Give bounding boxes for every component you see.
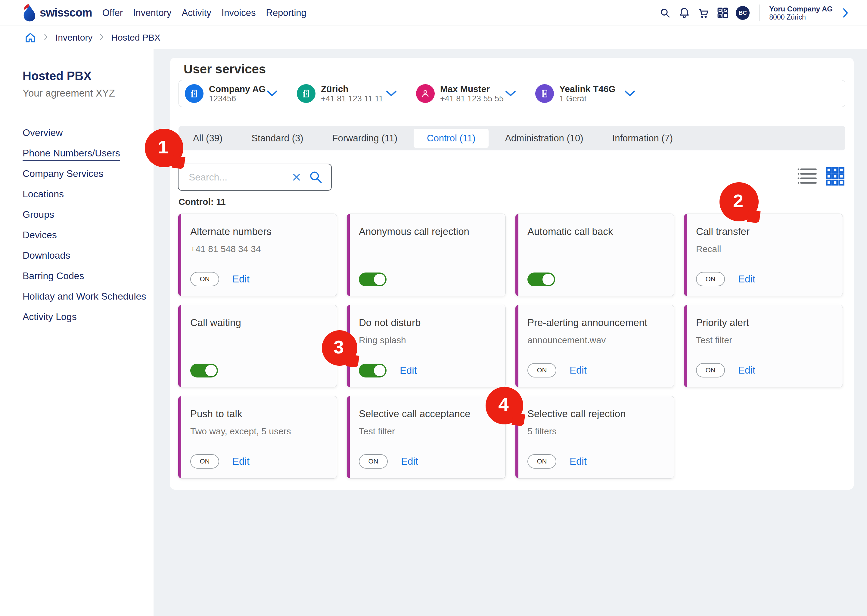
service-card-alternate-numbers: Alternate numbers +41 81 548 34 34 ON Ed… xyxy=(178,214,337,296)
callout-badge-1: 1 xyxy=(145,129,183,167)
toggle-on[interactable] xyxy=(190,364,218,377)
chevron-down-icon[interactable] xyxy=(386,90,397,97)
service-card-selective-call-rejection: Selective call rejection 5 filters ON Ed… xyxy=(515,396,674,479)
cart-icon[interactable] xyxy=(697,6,710,19)
card-subtitle: Recall xyxy=(696,244,721,254)
sidebar-item-activity-logs[interactable]: Activity Logs xyxy=(22,312,153,322)
selector-user-detail: +41 81 123 55 55 xyxy=(440,94,504,103)
notifications-bell-icon[interactable] xyxy=(678,6,690,19)
edit-link[interactable]: Edit xyxy=(232,456,249,467)
edit-link[interactable]: Edit xyxy=(400,365,417,376)
card-subtitle: 5 filters xyxy=(527,426,556,437)
apps-grid-icon[interactable] xyxy=(716,6,729,19)
service-card-priority-alert: Priority alert Test filter ON Edit xyxy=(684,305,843,387)
nav-offer[interactable]: Offer xyxy=(102,8,123,18)
selector-location-detail: +41 81 123 11 11 xyxy=(321,94,383,103)
header-divider xyxy=(759,5,760,21)
status-pill[interactable]: ON xyxy=(190,454,219,468)
tab-standard[interactable]: Standard (3) xyxy=(237,126,318,150)
sidebar-item-barring-codes[interactable]: Barring Codes xyxy=(22,271,153,281)
tab-forwarding[interactable]: Forwarding (11) xyxy=(318,126,412,150)
clear-search-icon[interactable] xyxy=(292,173,301,182)
tab-control[interactable]: Control (11) xyxy=(414,129,489,148)
context-selector-bar: Company AG 123456 Zürich +41 8 xyxy=(178,80,845,107)
card-title: Anonymous call rejection xyxy=(359,226,469,237)
user-avatar[interactable]: BC xyxy=(736,6,750,20)
edit-link[interactable]: Edit xyxy=(738,365,755,376)
sidebar-subtitle: Your agreement XYZ xyxy=(22,88,153,99)
service-card-anonymous-call-rejection: Anonymous call rejection xyxy=(347,214,506,296)
edit-link[interactable]: Edit xyxy=(232,273,249,285)
tab-all[interactable]: All (39) xyxy=(178,126,237,150)
nav-reporting[interactable]: Reporting xyxy=(266,8,306,18)
edit-link[interactable]: Edit xyxy=(401,456,418,467)
service-card-selective-call-acceptance: Selective call acceptance Test filter ON… xyxy=(347,396,506,479)
selector-company[interactable]: Company AG 123456 xyxy=(185,84,297,103)
selector-location[interactable]: Zürich +41 81 123 11 11 xyxy=(297,84,416,103)
toggle-on[interactable] xyxy=(359,364,386,377)
service-category-tabs: All (39) Standard (3) Forwarding (11) Co… xyxy=(178,126,845,150)
breadcrumb-inventory[interactable]: Inventory xyxy=(55,33,92,43)
list-view-icon[interactable] xyxy=(797,168,817,185)
search-input[interactable] xyxy=(189,172,284,183)
view-toggles xyxy=(797,167,845,186)
breadcrumb-separator-icon xyxy=(100,34,104,41)
callout-badge-2: 2 xyxy=(719,182,758,222)
toggle-on[interactable] xyxy=(359,272,386,286)
edit-link[interactable]: Edit xyxy=(738,273,755,285)
sidebar-menu: Overview Phone Numbers/Users Company Ser… xyxy=(22,128,153,322)
sidebar-item-devices[interactable]: Devices xyxy=(22,230,153,240)
sidebar-item-locations[interactable]: Locations xyxy=(22,189,153,199)
chevron-down-icon[interactable] xyxy=(505,90,516,97)
selector-user[interactable]: Max Muster +41 81 123 55 55 xyxy=(416,84,535,103)
selector-device[interactable]: Yealink T46G 1 Gerät xyxy=(535,84,654,103)
selector-company-name: Company AG xyxy=(209,84,266,94)
search-icon[interactable] xyxy=(659,6,672,19)
sidebar-item-overview[interactable]: Overview xyxy=(22,128,153,137)
status-pill[interactable]: ON xyxy=(359,454,388,468)
search-submit-icon[interactable] xyxy=(309,170,323,184)
sidebar-item-holiday-work-schedules[interactable]: Holiday and Work Schedules xyxy=(22,291,153,301)
service-card-call-waiting: Call waiting xyxy=(178,305,337,387)
nav-invoices[interactable]: Invoices xyxy=(222,8,256,18)
breadcrumb-separator-icon xyxy=(44,34,48,41)
sidebar-item-phone-numbers-users[interactable]: Phone Numbers/Users xyxy=(22,148,153,158)
card-title: Alternate numbers xyxy=(190,226,271,237)
edit-link[interactable]: Edit xyxy=(569,456,587,467)
account-chevron-right-icon[interactable] xyxy=(839,6,852,19)
status-pill[interactable]: ON xyxy=(527,454,556,468)
swisscom-logo[interactable]: swisscom xyxy=(22,4,92,22)
selector-location-name: Zürich xyxy=(321,84,383,94)
result-count: Control: 11 xyxy=(178,197,226,207)
selector-company-detail: 123456 xyxy=(209,94,266,103)
nav-inventory[interactable]: Inventory xyxy=(133,8,172,18)
status-pill[interactable]: ON xyxy=(527,363,556,377)
service-search xyxy=(178,163,332,191)
chevron-down-icon[interactable] xyxy=(267,90,277,97)
status-pill[interactable]: ON xyxy=(696,272,725,286)
top-navigation: Offer Inventory Activity Invoices Report… xyxy=(102,8,306,18)
card-subtitle: +41 81 548 34 34 xyxy=(190,244,261,254)
sidebar-item-downloads[interactable]: Downloads xyxy=(22,251,153,260)
chevron-down-icon[interactable] xyxy=(624,90,635,97)
breadcrumb-hosted-pbx: Hosted PBX xyxy=(111,33,160,43)
tab-information[interactable]: Information (7) xyxy=(598,126,687,150)
sidebar-item-company-services[interactable]: Company Services xyxy=(22,169,153,178)
status-pill[interactable]: ON xyxy=(696,363,725,377)
grid-view-icon[interactable] xyxy=(826,167,845,186)
edit-link[interactable]: Edit xyxy=(569,365,587,376)
tab-administration[interactable]: Administration (10) xyxy=(490,126,597,150)
toggle-on[interactable] xyxy=(527,272,555,286)
sidebar-title: Hosted PBX xyxy=(22,69,153,83)
swisscom-lifeform-icon xyxy=(22,4,37,22)
status-pill[interactable]: ON xyxy=(190,272,219,286)
brand-wordmark: swisscom xyxy=(40,6,92,19)
sidebar-item-groups[interactable]: Groups xyxy=(22,210,153,219)
callout-badge-3: 3 xyxy=(322,330,357,366)
card-title: Selective call acceptance xyxy=(359,408,471,420)
service-card-pre-alerting-announcement: Pre-alerting announcement announcement.w… xyxy=(515,305,674,387)
nav-activity[interactable]: Activity xyxy=(182,8,211,18)
home-icon[interactable] xyxy=(24,31,37,44)
account-switcher[interactable]: Yoru Company AG 8000 Zürich xyxy=(769,5,833,21)
card-subtitle: Test filter xyxy=(696,335,732,345)
